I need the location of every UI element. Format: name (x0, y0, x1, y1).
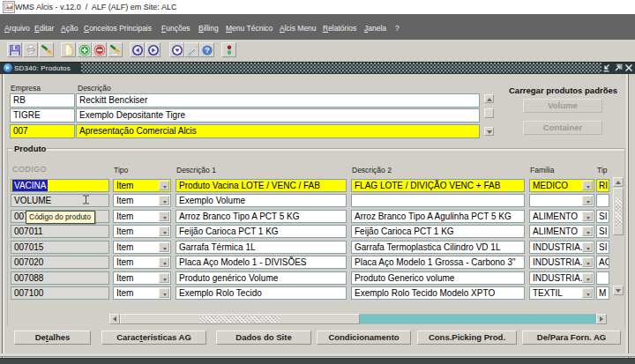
svg-text:?: ? (205, 46, 209, 55)
